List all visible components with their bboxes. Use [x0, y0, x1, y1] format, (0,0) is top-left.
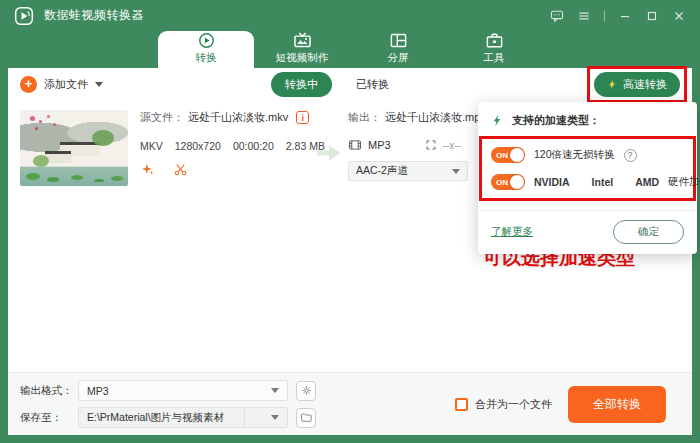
- source-label: 源文件：: [140, 110, 184, 125]
- toggle-knob: [510, 148, 524, 162]
- confirm-button[interactable]: 确定: [613, 220, 684, 244]
- tab-convert[interactable]: 转换: [158, 31, 254, 68]
- lightning-icon: [491, 114, 504, 127]
- lossless-toggle[interactable]: ON: [491, 147, 525, 163]
- app-logo-icon: [14, 6, 34, 26]
- tab-short-video-label: 短视频制作: [276, 51, 329, 65]
- file-info-icon[interactable]: i: [296, 111, 309, 124]
- film-icon: [348, 138, 362, 152]
- merge-label: 合并为一个文件: [475, 397, 552, 412]
- add-file-button[interactable]: + 添加文件: [20, 76, 103, 93]
- tab-tools[interactable]: 工具: [446, 31, 542, 68]
- add-file-label: 添加文件: [44, 77, 88, 92]
- feedback-icon[interactable]: [550, 9, 564, 23]
- add-file-caret-icon[interactable]: [95, 82, 103, 87]
- bottom-bar: 输出格式： MP3: [8, 372, 692, 435]
- plus-icon: +: [20, 76, 37, 93]
- source-filename: 远处千山浓淡妆.mkv: [188, 110, 288, 125]
- save-path-select[interactable]: E:\PrMaterial\图片与视频素材: [78, 407, 288, 428]
- output-format-select[interactable]: MP3: [78, 380, 288, 401]
- merge-checkbox[interactable]: [455, 398, 468, 411]
- thumbnail-art: [30, 116, 35, 121]
- open-folder-button[interactable]: [296, 408, 316, 428]
- save-path-label: 保存至：: [20, 411, 70, 425]
- tab-split-screen[interactable]: 分屏: [350, 31, 446, 68]
- file-duration: 00:00:20: [233, 140, 274, 152]
- output-format-row: 输出格式： MP3: [20, 380, 316, 401]
- close-icon[interactable]: [672, 9, 686, 23]
- output-format-selected: MP3: [87, 385, 109, 397]
- tab-tools-label: 工具: [484, 51, 505, 65]
- title-bar: 数据蛙视频转换器: [0, 0, 700, 31]
- app-title: 数据蛙视频转换器: [44, 7, 144, 24]
- app-window: 数据蛙视频转换器: [0, 0, 700, 443]
- save-path-value: E:\PrMaterial\图片与视频素材: [87, 411, 224, 425]
- toggles-highlight-box: ON 120倍速无损转换 ? ON NVIDIA Intel AMD 硬件加速 …: [479, 136, 696, 201]
- main-tab-bar: 转换 短视频制作 分屏 工具: [0, 31, 700, 68]
- toggle-on-label: ON: [496, 151, 508, 160]
- thumbnail-art: [33, 155, 49, 167]
- save-path-row: 保存至： E:\PrMaterial\图片与视频素材: [20, 407, 316, 428]
- lossless-toggle-label: 120倍速无损转换: [534, 148, 615, 162]
- window-controls: [550, 9, 686, 23]
- brand-intel: Intel: [592, 176, 614, 188]
- output-format-value: MP3: [368, 139, 391, 151]
- toggle-knob: [510, 175, 524, 189]
- convert-toolbar: + 添加文件 转换中 已转换 高速转换: [8, 68, 692, 100]
- source-file-line: 源文件： 远处千山浓淡妆.mkv i: [140, 110, 310, 125]
- audio-channel-value: AAC-2声道: [356, 164, 408, 178]
- convert-all-button[interactable]: 全部转换: [568, 386, 666, 423]
- controls-divider: [604, 10, 605, 22]
- brand-amd: AMD: [635, 176, 659, 188]
- format-settings-button[interactable]: [296, 381, 316, 401]
- output-resolution-value: --x--: [443, 140, 461, 151]
- split-screen-icon: [388, 31, 409, 50]
- toggle-on-label: ON: [496, 178, 508, 187]
- fast-convert-highlight-box: 高速转换: [587, 66, 687, 103]
- tab-converted[interactable]: 已转换: [356, 77, 389, 92]
- acceleration-popup: 支持的加速类型： ON 120倍速无损转换 ? ON NVIDIA Intel: [478, 102, 697, 254]
- source-info: 源文件： 远处千山浓淡妆.mkv i MKV 1280x720 00:00:20…: [140, 110, 310, 186]
- convert-status-tabs: 转换中 已转换: [271, 72, 389, 97]
- output-format-label: 输出格式：: [20, 384, 70, 398]
- chevron-down-icon: [271, 388, 279, 393]
- menu-icon[interactable]: [577, 9, 591, 23]
- tab-converting[interactable]: 转换中: [271, 72, 332, 97]
- output-settings: 输出格式： MP3: [20, 380, 316, 428]
- tab-split-screen-label: 分屏: [388, 51, 409, 65]
- file-format: MKV: [140, 140, 163, 152]
- minimize-icon[interactable]: [618, 9, 632, 23]
- help-icon[interactable]: ?: [624, 149, 637, 162]
- chevron-down-icon: [452, 169, 460, 174]
- hardware-toggle-row: ON NVIDIA Intel AMD 硬件加速 ?: [491, 174, 684, 190]
- fast-convert-button[interactable]: 高速转换: [594, 72, 680, 97]
- audio-channel-select[interactable]: AAC-2声道: [348, 161, 468, 181]
- effects-icon[interactable]: [140, 162, 155, 177]
- convert-arrow-icon: [310, 110, 348, 186]
- folder-icon: [300, 411, 313, 424]
- learn-more-link[interactable]: 了解更多: [491, 225, 533, 239]
- hardware-toggle[interactable]: ON: [491, 174, 525, 190]
- popup-footer: 了解更多 确定: [478, 210, 697, 254]
- tab-convert-label: 转换: [196, 51, 217, 65]
- maximize-icon[interactable]: [645, 9, 659, 23]
- thumbnail-art: [92, 130, 114, 146]
- chevron-down-icon: [271, 415, 279, 420]
- file-resolution: 1280x720: [175, 140, 221, 152]
- lightning-icon: [607, 79, 618, 90]
- resolution-expand-icon[interactable]: [425, 139, 437, 151]
- select-divider: [244, 408, 245, 427]
- tools-icon: [484, 31, 505, 50]
- convert-icon: [196, 31, 217, 50]
- tab-short-video[interactable]: 短视频制作: [254, 31, 350, 68]
- output-label: 输出：: [348, 110, 381, 125]
- popup-title: 支持的加速类型：: [512, 113, 600, 128]
- lossless-toggle-row: ON 120倍速无损转换 ?: [491, 147, 684, 163]
- trim-scissors-icon[interactable]: [173, 162, 188, 177]
- output-filename: 远处千山浓淡妆.mp3: [385, 110, 486, 125]
- source-meta: MKV 1280x720 00:00:20 2.83 MB: [140, 140, 310, 152]
- hardware-toggle-label: 硬件加速: [668, 175, 700, 189]
- gear-icon: [300, 384, 313, 397]
- video-thumbnail[interactable]: [20, 110, 128, 186]
- fast-convert-label: 高速转换: [623, 77, 667, 92]
